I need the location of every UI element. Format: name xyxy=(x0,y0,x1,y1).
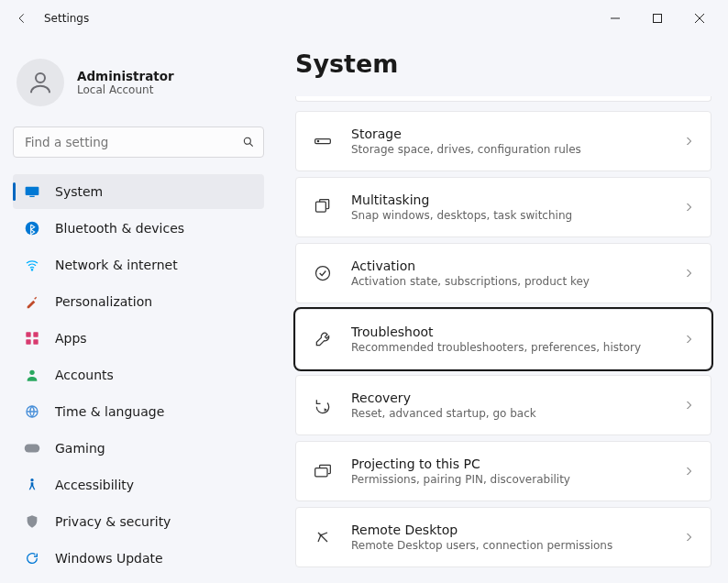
card-title: Multitasking xyxy=(351,192,683,207)
wrench-icon xyxy=(313,329,333,349)
search-icon xyxy=(242,136,255,148)
sidebar: Administrator Local Account SystemBlueto… xyxy=(0,37,275,583)
person-icon xyxy=(24,367,40,383)
brush-icon xyxy=(24,293,40,310)
minimize-button[interactable] xyxy=(594,4,636,33)
user-sub: Local Account xyxy=(77,83,174,96)
chevron-right-icon xyxy=(683,268,694,279)
user-name: Administrator xyxy=(77,69,174,83)
nav-item-privacy-security[interactable]: Privacy & security xyxy=(13,504,264,539)
previous-card-sliver xyxy=(295,96,711,102)
svg-line-6 xyxy=(249,143,252,146)
card-subtitle: Remote Desktop users, connection permiss… xyxy=(351,539,683,552)
nav-item-network-internet[interactable]: Network & internet xyxy=(13,248,264,282)
chevron-right-icon xyxy=(683,532,694,543)
svg-rect-1 xyxy=(654,15,662,23)
svg-point-5 xyxy=(244,138,250,144)
nav-item-label: Privacy & security xyxy=(55,514,171,529)
svg-point-4 xyxy=(36,73,45,82)
nav-item-label: Personalization xyxy=(55,294,152,309)
chevron-right-icon xyxy=(683,334,694,345)
update-icon xyxy=(24,550,40,566)
nav-item-label: Gaming xyxy=(55,441,105,456)
window-title: Settings xyxy=(44,12,89,25)
nav-item-time-language[interactable]: Time & language xyxy=(13,394,264,429)
card-subtitle: Permissions, pairing PIN, discoverabilit… xyxy=(351,473,683,486)
nav-item-label: Bluetooth & devices xyxy=(55,221,184,236)
svg-point-10 xyxy=(31,270,32,270)
check-icon xyxy=(313,263,333,283)
svg-rect-17 xyxy=(25,445,40,453)
svg-rect-7 xyxy=(26,187,39,195)
back-button[interactable] xyxy=(7,4,37,33)
settings-list: StorageStorage space, drives, configurat… xyxy=(295,96,711,567)
nav-item-label: Apps xyxy=(55,331,87,346)
card-subtitle: Snap windows, desktops, task switching xyxy=(351,209,683,222)
settings-card-projecting-to-this-pc[interactable]: Projecting to this PCPermissions, pairin… xyxy=(295,441,711,501)
apps-icon xyxy=(24,330,40,346)
svg-rect-14 xyxy=(33,339,38,344)
project-icon xyxy=(313,461,333,481)
nav-item-accounts[interactable]: Accounts xyxy=(13,358,264,392)
nav-item-accessibility[interactable]: Accessibility xyxy=(13,468,264,502)
svg-rect-13 xyxy=(26,339,30,344)
settings-card-multitasking[interactable]: MultitaskingSnap windows, desktops, task… xyxy=(295,177,711,237)
shield-icon xyxy=(24,513,40,530)
card-title: Remote Desktop xyxy=(351,522,683,537)
nav-item-system[interactable]: System xyxy=(13,174,264,209)
card-title: Troubleshoot xyxy=(351,324,683,339)
settings-card-activation[interactable]: ActivationActivation state, subscription… xyxy=(295,243,711,303)
svg-rect-21 xyxy=(316,202,326,212)
svg-rect-11 xyxy=(26,332,30,336)
multitask-icon xyxy=(313,197,333,217)
svg-point-22 xyxy=(316,267,330,280)
content: System StorageStorage space, drives, con… xyxy=(275,37,728,583)
nav-item-gaming[interactable]: Gaming xyxy=(13,431,264,466)
card-subtitle: Storage space, drives, configuration rul… xyxy=(351,143,683,156)
card-subtitle: Recommended troubleshooters, preferences… xyxy=(351,341,683,354)
nav-item-label: System xyxy=(55,184,103,199)
nav: SystemBluetooth & devicesNetwork & inter… xyxy=(13,174,264,576)
user-block[interactable]: Administrator Local Account xyxy=(13,53,264,123)
chevron-right-icon xyxy=(683,400,694,411)
settings-card-remote-desktop[interactable]: Remote DesktopRemote Desktop users, conn… xyxy=(295,507,711,567)
wifi-icon xyxy=(24,257,40,273)
remote-icon xyxy=(313,527,333,547)
nav-item-apps[interactable]: Apps xyxy=(13,321,264,356)
settings-card-storage[interactable]: StorageStorage space, drives, configurat… xyxy=(295,111,711,171)
access-icon xyxy=(24,477,40,493)
svg-point-15 xyxy=(29,370,34,375)
recovery-icon xyxy=(313,395,333,415)
page-title: System xyxy=(295,50,711,78)
search-input[interactable] xyxy=(13,126,264,158)
search-box[interactable] xyxy=(13,126,264,158)
close-button[interactable] xyxy=(678,4,721,33)
svg-rect-12 xyxy=(33,332,38,336)
card-title: Recovery xyxy=(351,390,683,405)
nav-item-label: Time & language xyxy=(55,404,164,419)
nav-item-label: Accessibility xyxy=(55,478,134,492)
maximize-button[interactable] xyxy=(636,4,678,33)
nav-item-personalization[interactable]: Personalization xyxy=(13,284,264,319)
titlebar: Settings xyxy=(0,0,728,37)
settings-card-recovery[interactable]: RecoveryReset, advanced startup, go back xyxy=(295,375,711,435)
chevron-right-icon xyxy=(683,466,694,477)
card-title: Storage xyxy=(351,126,683,141)
avatar xyxy=(17,59,64,106)
globe-icon xyxy=(24,403,40,420)
card-subtitle: Reset, advanced startup, go back xyxy=(351,407,683,420)
nav-item-windows-update[interactable]: Windows Update xyxy=(13,541,264,576)
nav-item-bluetooth-devices[interactable]: Bluetooth & devices xyxy=(13,211,264,246)
svg-rect-8 xyxy=(29,196,34,197)
settings-card-troubleshoot[interactable]: TroubleshootRecommended troubleshooters,… xyxy=(295,309,711,369)
card-title: Activation xyxy=(351,258,683,273)
monitor-icon xyxy=(24,183,40,200)
nav-item-label: Windows Update xyxy=(55,551,163,566)
card-title: Projecting to this PC xyxy=(351,456,683,471)
chevron-right-icon xyxy=(683,202,694,213)
storage-icon xyxy=(313,131,333,151)
nav-item-label: Network & internet xyxy=(55,258,178,272)
card-subtitle: Activation state, subscriptions, product… xyxy=(351,275,683,288)
nav-item-label: Accounts xyxy=(55,368,114,382)
bt-icon xyxy=(24,220,40,236)
